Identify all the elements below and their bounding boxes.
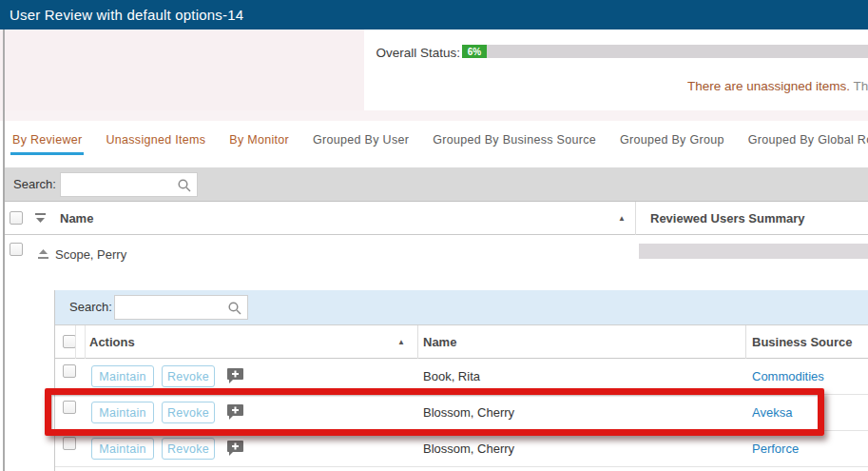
add-comment-icon[interactable]	[226, 440, 244, 456]
column-header-name[interactable]: Name	[60, 202, 93, 235]
page-title: User Review with default options-14	[10, 7, 243, 23]
revoke-button[interactable]: Revoke	[162, 402, 215, 423]
reviewed-users-summary-bar	[639, 244, 868, 259]
column-header-business-source[interactable]: Business Source	[752, 325, 853, 359]
tab-grouped-by-user[interactable]: Grouped By User	[313, 121, 409, 159]
overall-status-progressbar: 6%	[462, 45, 868, 58]
window-title-bar: User Review with default options-14	[0, 0, 868, 29]
sort-ascending-icon[interactable]: ▲	[618, 214, 626, 223]
collapse-all-icon[interactable]	[34, 213, 47, 224]
column-divider	[85, 325, 86, 359]
revoke-button[interactable]: Revoke	[162, 438, 215, 460]
revoke-button[interactable]: Revoke	[162, 365, 215, 387]
column-header-name[interactable]: Name	[423, 325, 456, 359]
warning-tail: The	[850, 79, 868, 93]
add-comment-icon[interactable]	[226, 403, 244, 420]
select-all-checkbox[interactable]	[10, 211, 23, 225]
tab-by-monitor[interactable]: By Monitor	[229, 121, 289, 159]
row-checkbox[interactable]	[10, 243, 23, 256]
reviewer-row[interactable]: Scope, Perry	[5, 235, 868, 281]
outer-search-label: Search:	[13, 177, 56, 191]
status-bottom-strip	[0, 110, 868, 121]
status-left-panel	[0, 29, 364, 110]
column-header-actions[interactable]: Actions	[89, 325, 135, 359]
business-source-link[interactable]: Commodities	[752, 369, 824, 383]
column-divider	[75, 325, 76, 359]
inner-search-box	[114, 295, 248, 320]
reviewer-grid-header: Name ▲ Reviewed Users Summary	[5, 202, 868, 235]
sort-ascending-icon[interactable]: ▲	[397, 338, 405, 346]
item-row[interactable]: Maintain Revoke Book, Rita Commodities	[55, 359, 868, 395]
review-tab-bar: By Reviewer Unassigned Items By Monitor …	[0, 121, 868, 159]
tab-unassigned-items[interactable]: Unassigned Items	[106, 121, 205, 159]
outer-search-band: Search:	[5, 167, 868, 202]
row-checkbox[interactable]	[63, 437, 76, 450]
warning-text: There are unassigned items.	[687, 79, 850, 93]
items-grid-header: Actions ▲ Name Business Source	[55, 324, 868, 359]
row-checkbox[interactable]	[63, 401, 76, 414]
unassigned-items-warning: There are unassigned items. The	[687, 79, 868, 93]
row-checkbox[interactable]	[63, 364, 76, 378]
maintain-button[interactable]: Maintain	[91, 402, 154, 423]
inner-search-band: Search:	[55, 290, 868, 324]
business-source-link[interactable]: Perforce	[752, 442, 799, 456]
inner-search-label: Search:	[69, 300, 112, 314]
reviewer-name: Scope, Perry	[55, 247, 126, 262]
reviewer-detail-panel: Search: Actions ▲ Name Business Source	[54, 290, 868, 471]
tab-by-reviewer[interactable]: By Reviewer	[12, 121, 82, 159]
tab-grouped-by-group[interactable]: Grouped By Group	[620, 121, 724, 159]
search-icon[interactable]	[177, 178, 192, 193]
add-comment-icon[interactable]	[226, 367, 244, 383]
item-name: Blossom, Cherry	[423, 442, 514, 456]
select-all-checkbox[interactable]	[63, 335, 76, 348]
column-divider	[745, 325, 746, 359]
business-source-link[interactable]: Aveksa	[752, 405, 792, 420]
item-name: Book, Rita	[423, 369, 480, 383]
outer-search-box	[60, 172, 198, 197]
overall-status-percent: 6%	[468, 47, 481, 57]
collapse-row-icon[interactable]	[37, 249, 49, 260]
item-name: Blossom, Cherry	[423, 405, 514, 420]
maintain-button[interactable]: Maintain	[91, 438, 154, 460]
item-row[interactable]: Maintain Revoke Blossom, Cherry Aveksa	[55, 395, 868, 431]
search-icon[interactable]	[227, 301, 242, 316]
maintain-button[interactable]: Maintain	[91, 365, 154, 387]
overall-status-progress-fill: 6%	[462, 45, 487, 58]
item-row[interactable]: Maintain Revoke Blossom, Cherry Perforce	[55, 431, 868, 467]
column-divider	[417, 325, 418, 359]
column-header-reviewed-users-summary[interactable]: Reviewed Users Summary	[650, 202, 805, 235]
column-divider	[635, 202, 636, 235]
user-review-window: User Review with default options-14 Over…	[0, 0, 868, 471]
overall-status-label: Overall Status:	[375, 46, 460, 60]
tab-grouped-by-global-role[interactable]: Grouped By Global Role	[748, 121, 868, 159]
tab-grouped-by-business-source[interactable]: Grouped By Business Source	[433, 121, 596, 159]
